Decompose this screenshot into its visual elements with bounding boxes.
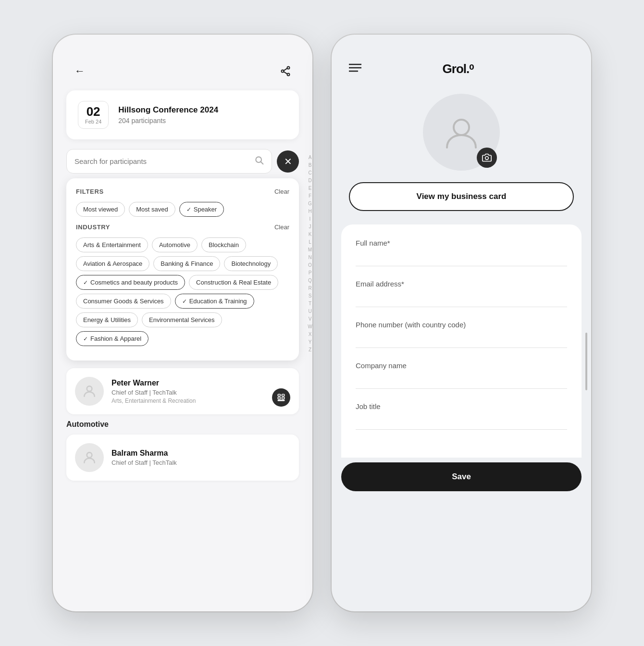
alpha-u[interactable]: U bbox=[306, 308, 312, 315]
alpha-y[interactable]: Y bbox=[306, 338, 312, 346]
alpha-g[interactable]: G bbox=[306, 200, 312, 207]
avatar-section bbox=[332, 94, 591, 171]
person-title-balram: Chief of Staff | TechTalk bbox=[111, 459, 177, 466]
alpha-q[interactable]: Q bbox=[306, 277, 312, 284]
full-name-label: Full name* bbox=[356, 239, 567, 247]
avatar-peter bbox=[75, 377, 104, 406]
chip-education[interactable]: ✓ Education & Training bbox=[175, 294, 254, 309]
menu-icon[interactable] bbox=[349, 63, 361, 75]
chip-banking[interactable]: Banking & Finance bbox=[153, 256, 220, 271]
full-name-field: Full name* bbox=[356, 239, 567, 266]
camera-button[interactable] bbox=[477, 148, 497, 168]
chip-cosmetics[interactable]: ✓ Cosmetics and beauty products bbox=[76, 275, 185, 290]
person-card-btn-peter[interactable] bbox=[272, 388, 290, 407]
alpha-i[interactable]: I bbox=[306, 215, 312, 223]
chip-blockchain[interactable]: Blockchain bbox=[201, 237, 246, 252]
share-button[interactable] bbox=[276, 62, 295, 81]
alpha-d[interactable]: D bbox=[306, 177, 312, 184]
alpha-p[interactable]: P bbox=[306, 269, 312, 276]
avatar-balram bbox=[75, 443, 104, 472]
alpha-r[interactable]: R bbox=[306, 285, 312, 292]
job-title-field: Job title bbox=[356, 402, 567, 430]
alpha-b[interactable]: B bbox=[306, 162, 312, 169]
email-label: Email address* bbox=[356, 280, 567, 288]
industry-chips-row: Arts & Entertainment Automotive Blockcha… bbox=[76, 237, 289, 346]
svg-rect-11 bbox=[282, 397, 285, 399]
back-button[interactable]: ← bbox=[70, 62, 89, 81]
chip-speaker[interactable]: ✓ Speaker bbox=[179, 202, 224, 217]
svg-rect-12 bbox=[278, 400, 285, 401]
svg-rect-9 bbox=[282, 394, 285, 396]
svg-line-4 bbox=[284, 72, 287, 74]
alpha-v[interactable]: V bbox=[306, 315, 312, 323]
search-input-wrap[interactable] bbox=[66, 149, 272, 174]
chip-consumer[interactable]: Consumer Goods & Services bbox=[76, 294, 171, 309]
job-title-input[interactable] bbox=[356, 412, 567, 424]
industry-clear-button[interactable]: Clear bbox=[274, 224, 289, 231]
alpha-h[interactable]: H bbox=[306, 208, 312, 215]
chip-automotive[interactable]: Automotive bbox=[152, 237, 198, 252]
alpha-s[interactable]: S bbox=[306, 292, 312, 299]
alpha-k[interactable]: K bbox=[306, 231, 312, 238]
alpha-a[interactable]: A bbox=[306, 154, 312, 161]
chip-arts[interactable]: Arts & Entertainment bbox=[76, 237, 148, 252]
alpha-o[interactable]: O bbox=[306, 261, 312, 269]
job-title-label: Job title bbox=[356, 402, 567, 410]
alpha-e[interactable]: E bbox=[306, 185, 312, 192]
person-industry-peter: Arts, Entertainment & Recreation bbox=[111, 398, 196, 404]
alpha-t[interactable]: T bbox=[306, 300, 312, 307]
alpha-l[interactable]: L bbox=[306, 238, 312, 246]
alpha-m[interactable]: M bbox=[306, 246, 312, 253]
industry-title: INDUSTRY bbox=[76, 224, 110, 231]
filters-clear-button[interactable]: Clear bbox=[274, 188, 289, 195]
alpha-c[interactable]: C bbox=[306, 169, 312, 176]
app-logo: Grol.º bbox=[443, 62, 474, 76]
chip-construction[interactable]: Construction & Real Estate bbox=[189, 275, 278, 290]
search-input[interactable] bbox=[74, 157, 249, 165]
chip-fashion[interactable]: ✓ Fashion & Apparel bbox=[76, 331, 149, 346]
close-button[interactable]: ✕ bbox=[277, 150, 299, 173]
company-field: Company name bbox=[356, 361, 567, 389]
chip-most-saved[interactable]: Most saved bbox=[129, 202, 175, 217]
alpha-f[interactable]: F bbox=[306, 192, 312, 199]
avatar-large bbox=[423, 94, 500, 171]
alpha-n[interactable]: N bbox=[306, 254, 312, 261]
view-card-button[interactable]: View my business card bbox=[349, 182, 574, 211]
svg-point-7 bbox=[87, 386, 92, 391]
svg-point-13 bbox=[87, 452, 92, 458]
filter-chips-row: Most viewed Most saved ✓ Speaker bbox=[76, 202, 289, 217]
phone-label: Phone number (with country code) bbox=[356, 321, 567, 329]
person-title-peter: Chief of Staff | TechTalk bbox=[111, 389, 196, 396]
chip-energy[interactable]: Energy & Utilities bbox=[76, 312, 138, 327]
phone-input[interactable] bbox=[356, 331, 567, 343]
chip-environmental[interactable]: Environmental Services bbox=[142, 312, 222, 327]
search-icon bbox=[254, 155, 264, 167]
alpha-x[interactable]: X bbox=[306, 331, 312, 338]
event-participants: 204 participants bbox=[118, 117, 218, 124]
company-input[interactable] bbox=[356, 372, 567, 384]
save-button[interactable]: Save bbox=[341, 462, 582, 491]
alpha-z[interactable]: Z bbox=[306, 346, 312, 353]
svg-point-17 bbox=[454, 120, 469, 135]
event-title: Hillsong Conference 2024 bbox=[118, 105, 218, 115]
filters-title: FILTERS bbox=[76, 188, 104, 195]
event-date-sub: Feb 24 bbox=[85, 119, 101, 124]
alpha-j[interactable]: J bbox=[306, 223, 312, 230]
svg-rect-8 bbox=[278, 394, 280, 396]
alpha-w[interactable]: W bbox=[306, 323, 312, 330]
company-label: Company name bbox=[356, 361, 567, 370]
chip-aviation[interactable]: Aviation & Aerospace bbox=[76, 256, 149, 271]
chip-most-viewed[interactable]: Most viewed bbox=[76, 202, 125, 217]
right-phone: Grol.º View my business card bbox=[332, 35, 591, 611]
person-card-peter: Peter Warner Chief of Staff | TechTalk A… bbox=[66, 368, 299, 414]
left-phone: ← 02 Feb 24 Hillsong Conference 2024 204… bbox=[53, 35, 312, 611]
svg-line-3 bbox=[284, 68, 287, 71]
svg-rect-10 bbox=[278, 397, 280, 399]
email-input[interactable] bbox=[356, 290, 567, 302]
chip-biotech[interactable]: Biotechnology bbox=[224, 256, 278, 271]
event-date-num: 02 bbox=[85, 105, 101, 118]
svg-line-6 bbox=[261, 162, 263, 164]
scrollbar[interactable] bbox=[585, 333, 587, 390]
full-name-input[interactable] bbox=[356, 249, 567, 261]
phone-field: Phone number (with country code) bbox=[356, 321, 567, 348]
